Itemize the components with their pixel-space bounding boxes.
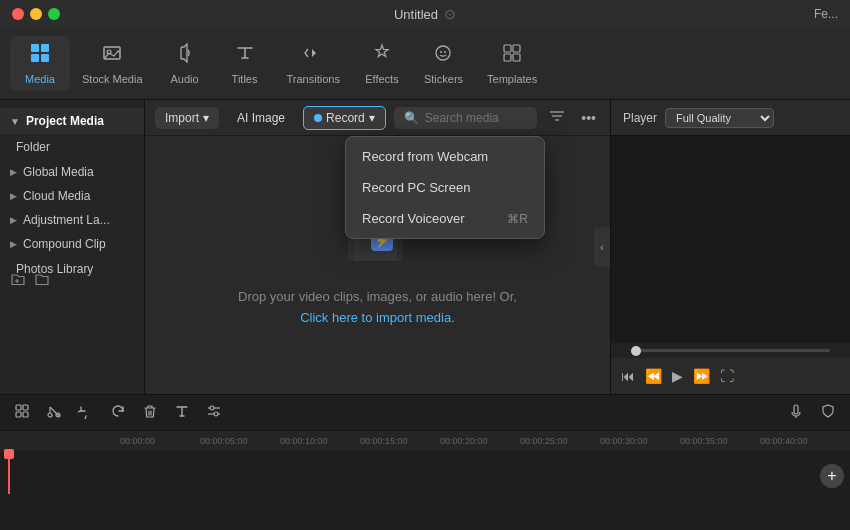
drop-text: Drop your video clips, images, or audio …	[238, 287, 517, 329]
effects-label: Effects	[365, 73, 398, 85]
sidebar-project-media[interactable]: ▼ Project Media	[0, 108, 144, 134]
record-button[interactable]: Record ▾	[303, 106, 386, 130]
playhead-head	[4, 449, 14, 459]
player-panel: Player Full Quality Half Quality Quarter…	[610, 100, 850, 394]
player-progress	[611, 343, 850, 358]
more-button[interactable]: •••	[577, 106, 600, 130]
titles-label: Titles	[232, 73, 258, 85]
play-button[interactable]: ▶	[672, 368, 683, 384]
progress-bar[interactable]	[631, 349, 830, 352]
select-tool-button[interactable]	[10, 399, 34, 426]
import-dropdown-arrow: ▾	[203, 111, 209, 125]
media-toolbar: Import ▾ AI Image Record ▾ 🔍	[145, 100, 610, 136]
timeline-labels: 00:00:00 00:00:05:00 00:00:10:00 00:00:1…	[10, 436, 840, 446]
folder-button[interactable]	[34, 271, 50, 290]
sidebar-item-adjustment-layer[interactable]: ▶ Adjustment La...	[0, 208, 144, 232]
toolbar-item-effects[interactable]: Effects	[352, 36, 412, 91]
transitions-label: Transitions	[287, 73, 340, 85]
close-button[interactable]	[12, 8, 24, 20]
sidebar-bottom-actions	[0, 267, 145, 294]
timeline-label-1: 00:00:05:00	[200, 436, 280, 446]
toolbar-item-transitions[interactable]: Transitions	[275, 36, 352, 91]
svg-point-23	[48, 413, 52, 417]
add-folder-button[interactable]	[10, 271, 26, 290]
stickers-icon	[432, 42, 454, 69]
undo-button[interactable]	[74, 399, 98, 426]
record-voiceover-item[interactable]: Record Voiceover ⌘R	[346, 203, 544, 234]
sidebar-item-cloud-media[interactable]: ▶ Cloud Media	[0, 184, 144, 208]
media-panel-container: Import ▾ AI Image Record ▾ 🔍	[145, 100, 610, 394]
timeline-label-5: 00:00:25:00	[520, 436, 600, 446]
fullscreen-button[interactable]	[48, 8, 60, 20]
audio-label: Audio	[170, 73, 198, 85]
toolbar-item-media[interactable]: Media	[10, 36, 70, 91]
svg-point-30	[214, 412, 218, 416]
sidebar-item-compound-clip[interactable]: ▶ Compound Clip	[0, 232, 144, 256]
stock-media-icon	[101, 42, 123, 69]
shield-button[interactable]	[816, 399, 840, 426]
voice-button[interactable]	[784, 399, 808, 426]
filter-button[interactable]	[545, 105, 569, 130]
ai-image-button[interactable]: AI Image	[227, 107, 295, 129]
player-controls: ⏮ ⏪ ▶ ⏩ ⛶	[611, 358, 850, 394]
templates-icon	[501, 42, 523, 69]
record-from-webcam-item[interactable]: Record from Webcam	[346, 141, 544, 172]
svg-rect-11	[504, 54, 511, 61]
playhead	[8, 451, 10, 494]
templates-label: Templates	[487, 73, 537, 85]
svg-rect-20	[16, 412, 21, 417]
record-dropdown-arrow: ▾	[369, 111, 375, 125]
timeline-ruler: 00:00:00 00:00:05:00 00:00:10:00 00:00:1…	[0, 431, 850, 451]
media-label: Media	[25, 73, 55, 85]
add-track-button[interactable]: +	[820, 464, 844, 488]
svg-rect-4	[104, 47, 120, 59]
sidebar-item-folder[interactable]: Folder	[0, 134, 144, 160]
timeline-label-4: 00:00:20:00	[440, 436, 520, 446]
text-button[interactable]	[170, 399, 194, 426]
fullscreen-player-button[interactable]: ⛶	[720, 368, 734, 384]
title-bar: Untitled ⊙ Fe...	[0, 0, 850, 28]
svg-rect-22	[23, 412, 28, 417]
sidebar-item-global-media[interactable]: ▶ Global Media	[0, 160, 144, 184]
delete-button[interactable]	[138, 399, 162, 426]
import-button[interactable]: Import ▾	[155, 107, 219, 129]
toolbar-item-stock-media[interactable]: Stock Media	[70, 36, 155, 91]
timeline-label-0: 00:00:00	[120, 436, 200, 446]
search-input[interactable]	[425, 111, 528, 125]
svg-point-29	[210, 406, 214, 410]
svg-rect-3	[41, 54, 49, 62]
step-back-button[interactable]: ⏪	[645, 368, 662, 384]
media-panel: Import ▾ AI Image Record ▾ 🔍	[145, 100, 610, 394]
trim-tool-button[interactable]	[42, 399, 66, 426]
media-icon	[29, 42, 51, 69]
search-box: 🔍	[394, 107, 538, 129]
skip-back-button[interactable]: ⏮	[621, 368, 635, 384]
toolbar-item-audio[interactable]: Audio	[155, 36, 215, 91]
timeline-label-2: 00:00:10:00	[280, 436, 360, 446]
window-title: Untitled ⊙	[394, 6, 456, 22]
quality-select[interactable]: Full Quality Half Quality Quarter Qualit…	[665, 108, 774, 128]
toolbar-item-templates[interactable]: Templates	[475, 36, 549, 91]
adjust-button[interactable]	[202, 399, 226, 426]
toolbar-item-stickers[interactable]: Stickers	[412, 36, 475, 91]
sidebar: ▼ Project Media Folder ▶ Global Media ▶ …	[0, 100, 145, 394]
timeline-label-6: 00:00:30:00	[600, 436, 680, 446]
svg-rect-21	[23, 405, 28, 410]
title-bar-right: Fe...	[814, 7, 838, 21]
step-forward-button[interactable]: ⏩	[693, 368, 710, 384]
collapse-panel-button[interactable]: ‹	[594, 227, 610, 267]
player-view	[611, 136, 850, 343]
compound-clip-arrow: ▶	[10, 239, 17, 249]
minimize-button[interactable]	[30, 8, 42, 20]
redo-button[interactable]	[106, 399, 130, 426]
toolbar-item-titles[interactable]: Titles	[215, 36, 275, 91]
timeline-label-8: 00:00:40:00	[760, 436, 840, 446]
import-link[interactable]: Click here to import media.	[300, 310, 455, 325]
timeline-track[interactable]: +	[0, 451, 850, 494]
voiceover-shortcut: ⌘R	[507, 212, 528, 226]
record-pc-screen-item[interactable]: Record PC Screen	[346, 172, 544, 203]
svg-rect-9	[504, 45, 511, 52]
progress-thumb	[631, 346, 641, 356]
svg-rect-1	[41, 44, 49, 52]
project-media-label: Project Media	[26, 114, 104, 128]
